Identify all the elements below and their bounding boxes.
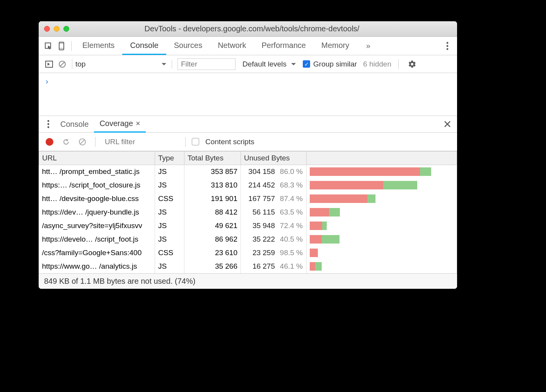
cell-type: JS — [155, 179, 184, 192]
execution-context-icon[interactable] — [43, 58, 56, 71]
divider — [185, 137, 186, 147]
record-button[interactable] — [46, 138, 53, 146]
traffic-lights — [44, 26, 69, 32]
unused-bytes: 35 948 — [244, 222, 275, 230]
col-header-url[interactable]: URL — [39, 152, 155, 165]
unused-pct: 40.5 % — [279, 235, 303, 244]
content-scripts-checkbox[interactable] — [192, 138, 199, 145]
unused-bytes: 214 452 — [244, 181, 275, 189]
cell-usage-bar — [307, 260, 457, 273]
context-selector[interactable]: top — [75, 60, 172, 68]
clear-coverage-icon[interactable] — [76, 135, 89, 148]
bar-unused-segment — [310, 208, 329, 216]
bar-used-segment — [420, 167, 431, 176]
bar-used-segment — [329, 208, 340, 216]
cell-unused: 23 25998.5 % — [241, 246, 307, 260]
console-filter-input[interactable] — [177, 58, 235, 70]
coverage-table: URL Type Total Bytes Unused Bytes htt… /… — [39, 151, 457, 273]
svg-point-9 — [48, 120, 49, 122]
table-row[interactable]: htt… /prompt_embed_static.jsJS353 857304… — [39, 165, 457, 179]
zoom-window-button[interactable] — [63, 26, 69, 32]
bar-unused-segment — [310, 194, 367, 203]
cell-url: htt… /prompt_embed_static.js — [39, 165, 155, 179]
table-row[interactable]: https://develo… /script_foot.jsJS86 9623… — [39, 233, 457, 246]
panel-tabs: ElementsConsoleSourcesNetworkPerformance… — [75, 37, 357, 55]
clear-console-icon[interactable] — [56, 58, 69, 71]
chevron-down-icon — [289, 60, 296, 68]
levels-label: Default levels — [242, 60, 287, 68]
cell-total-bytes: 23 610 — [184, 246, 241, 260]
cell-usage-bar — [307, 165, 457, 179]
svg-point-11 — [48, 126, 49, 128]
chevron-down-icon — [159, 60, 166, 68]
cell-url: /css?family=Google+Sans:400 — [39, 246, 155, 260]
drawer-tab-coverage[interactable]: Coverage× — [94, 116, 145, 133]
cell-url: https://develo… /script_foot.js — [39, 233, 155, 246]
drawer-tab-console[interactable]: Console — [55, 116, 94, 133]
more-tabs-icon[interactable]: » — [362, 39, 375, 53]
cell-unused: 167 75787.4 % — [241, 192, 307, 206]
gear-icon[interactable] — [406, 58, 419, 71]
group-similar-checkbox[interactable]: ✓ — [303, 60, 310, 68]
unused-pct: 87.4 % — [279, 194, 303, 203]
url-filter-input[interactable] — [102, 136, 179, 148]
unused-bytes: 56 115 — [244, 208, 275, 216]
col-header-unused[interactable]: Unused Bytes — [241, 152, 307, 165]
col-header-type[interactable]: Type — [155, 152, 184, 165]
table-header-row: URL Type Total Bytes Unused Bytes — [39, 152, 457, 165]
cell-unused: 214 45268.3 % — [241, 179, 307, 192]
usage-bar — [310, 194, 375, 203]
tab-network[interactable]: Network — [210, 37, 254, 55]
col-header-bar[interactable] — [307, 152, 457, 165]
close-window-button[interactable] — [44, 26, 50, 32]
hidden-count[interactable]: 6 hidden — [363, 60, 391, 68]
tab-performance[interactable]: Performance — [254, 37, 314, 55]
reload-icon[interactable] — [60, 135, 73, 148]
table-row[interactable]: https://www.go… /analytics.jsJS35 26616 … — [39, 260, 457, 273]
drawer-menu-icon[interactable] — [42, 118, 55, 131]
titlebar: DevTools - developers.google.com/web/too… — [39, 21, 457, 37]
inspect-element-icon[interactable] — [42, 39, 55, 53]
usage-bar — [310, 235, 340, 244]
cell-total-bytes: 86 962 — [184, 233, 241, 246]
cell-unused: 56 11563.5 % — [241, 206, 307, 219]
device-toolbar-icon[interactable] — [55, 39, 68, 53]
cell-unused: 35 94872.4 % — [241, 219, 307, 233]
svg-point-3 — [447, 42, 449, 44]
cell-type: JS — [155, 260, 184, 273]
group-similar-label: Group similar — [313, 60, 357, 68]
console-body[interactable]: › — [39, 73, 457, 116]
tab-elements[interactable]: Elements — [75, 37, 122, 55]
tab-memory[interactable]: Memory — [314, 37, 357, 55]
cell-unused: 35 22240.5 % — [241, 233, 307, 246]
content-scripts-label: Content scripts — [205, 138, 254, 146]
cell-type: JS — [155, 219, 184, 233]
bar-unused-segment — [310, 222, 322, 230]
close-drawer-icon[interactable] — [441, 118, 454, 131]
close-tab-icon[interactable]: × — [136, 119, 140, 128]
col-header-total[interactable]: Total Bytes — [184, 152, 241, 165]
cell-unused: 16 27546.1 % — [241, 260, 307, 273]
tab-sources[interactable]: Sources — [166, 37, 210, 55]
cell-usage-bar — [307, 246, 457, 260]
cell-url: /async_survey?site=ylj5ifxusvv — [39, 219, 155, 233]
log-levels-selector[interactable]: Default levels — [242, 60, 296, 68]
kebab-menu-icon[interactable] — [441, 39, 454, 53]
cell-type: JS — [155, 206, 184, 219]
cell-type: CSS — [155, 246, 184, 260]
coverage-status: 849 KB of 1.1 MB bytes are not used. (74… — [39, 273, 457, 289]
window-title: DevTools - developers.google.com/web/too… — [75, 24, 428, 33]
tab-console[interactable]: Console — [122, 37, 166, 55]
table-row[interactable]: /css?family=Google+Sans:400CSS23 61023 2… — [39, 246, 457, 260]
bar-used-segment — [383, 181, 417, 189]
table-row[interactable]: https://dev… /jquery-bundle.jsJS88 41256… — [39, 206, 457, 219]
cell-type: CSS — [155, 192, 184, 206]
usage-bar — [310, 181, 417, 189]
cell-total-bytes: 35 266 — [184, 260, 241, 273]
table-row[interactable]: https:… /script_foot_closure.jsJS313 810… — [39, 179, 457, 192]
table-row[interactable]: htt… /devsite-google-blue.cssCSS191 9011… — [39, 192, 457, 206]
table-row[interactable]: /async_survey?site=ylj5ifxusvvJS49 62135… — [39, 219, 457, 233]
svg-line-15 — [80, 140, 84, 144]
bar-unused-segment — [310, 249, 318, 257]
minimize-window-button[interactable] — [54, 26, 60, 32]
